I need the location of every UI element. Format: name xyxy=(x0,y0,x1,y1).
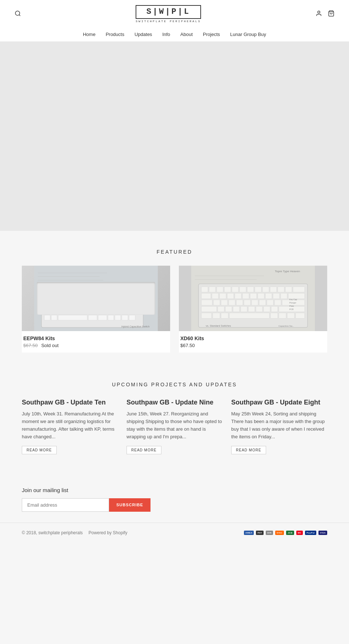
nav-projects[interactable]: Projects xyxy=(203,32,220,37)
nav-about[interactable]: About xyxy=(180,32,193,37)
svg-rect-18 xyxy=(100,290,105,295)
svg-rect-86 xyxy=(227,293,234,299)
logo-subtitle: SWITCHPLATE PERIPHERALS xyxy=(136,20,201,23)
site-header: S|W|P|L SWITCHPLATE PERIPHERALS Home Pro… xyxy=(0,0,349,42)
svg-rect-57 xyxy=(88,315,97,320)
discover-icon: DISC xyxy=(275,531,284,535)
powered-by-link[interactable]: Powered by Shopify xyxy=(89,530,128,535)
search-icon xyxy=(15,10,21,17)
svg-rect-46 xyxy=(44,309,50,314)
svg-rect-123 xyxy=(296,313,305,318)
product-image-eepw84: Hybrid Capacitive Switch xyxy=(22,266,170,331)
svg-rect-107 xyxy=(218,306,224,312)
svg-rect-14 xyxy=(72,290,78,295)
product-image-xd60: Topre Type Heaven xyxy=(179,266,327,331)
svg-rect-53 xyxy=(123,309,139,314)
update-excerpt-2: June 15th, Week 27. Reorganizing and shi… xyxy=(127,410,222,440)
update-card-3: Southpaw GB - Update Eight May 25th Week… xyxy=(231,398,327,454)
login-button[interactable] xyxy=(316,10,322,18)
svg-rect-94 xyxy=(288,293,305,299)
svg-rect-103 xyxy=(267,300,273,305)
nav-home[interactable]: Home xyxy=(83,32,96,37)
update-title-2: Southpaw GB - Update Nine xyxy=(127,398,222,407)
svg-rect-54 xyxy=(44,315,50,320)
subscribe-button[interactable]: SUBSCRIBE xyxy=(109,498,151,512)
read-more-button-2[interactable]: READ MORE xyxy=(127,446,161,454)
svg-rect-49 xyxy=(65,309,71,314)
svg-rect-45 xyxy=(118,303,139,308)
svg-rect-55 xyxy=(51,315,57,320)
svg-rect-19 xyxy=(107,290,112,295)
svg-rect-34 xyxy=(123,297,139,302)
svg-rect-80 xyxy=(278,287,284,292)
product-sold-status: Sold out xyxy=(41,343,59,348)
svg-rect-95 xyxy=(201,300,212,305)
footer-left: © 2018, switchplate peripherals Powered … xyxy=(22,530,127,535)
svg-rect-89 xyxy=(250,293,257,299)
update-card-2: Southpaw GB - Update Nine June 15th, Wee… xyxy=(127,398,222,454)
svg-rect-50 xyxy=(72,309,108,314)
products-grid: Hybrid Capacitive Switch EEPW84 Kits $67… xyxy=(22,266,327,353)
svg-rect-113 xyxy=(264,306,270,312)
mailing-title: Join our mailing list xyxy=(22,487,327,493)
svg-text:Plate: Plate xyxy=(289,305,294,307)
svg-rect-16 xyxy=(86,290,92,295)
svg-rect-110 xyxy=(241,306,247,312)
upcoming-title: UPCOMING PROJECTS AND UPDATES xyxy=(22,382,327,387)
nav-updates[interactable]: Updates xyxy=(135,32,152,37)
svg-point-0 xyxy=(15,11,20,15)
logo-text[interactable]: S|W|P|L xyxy=(136,5,201,19)
nav-info[interactable]: Info xyxy=(162,32,170,37)
nav-products[interactable]: Products xyxy=(106,32,124,37)
svg-point-2 xyxy=(318,11,320,13)
svg-rect-109 xyxy=(233,306,240,312)
svg-rect-61 xyxy=(122,315,128,320)
email-input[interactable] xyxy=(22,498,109,512)
svg-rect-71 xyxy=(209,287,216,292)
read-more-button-1[interactable]: READ MORE xyxy=(22,446,57,454)
svg-rect-31 xyxy=(103,297,108,302)
svg-rect-73 xyxy=(224,287,231,292)
svg-rect-75 xyxy=(240,287,246,292)
keyboard-placeholder-1: Hybrid Capacitive Switch xyxy=(22,266,170,331)
svg-rect-92 xyxy=(273,293,280,299)
svg-rect-12 xyxy=(58,290,64,295)
update-excerpt-3: May 25th Week 24, Sorting and shipping T… xyxy=(231,410,327,440)
svg-rect-32 xyxy=(109,297,115,302)
svg-rect-44 xyxy=(111,303,117,308)
updates-grid: Southpaw GB - Update Ten July 10th, Week… xyxy=(22,398,327,454)
search-button[interactable] xyxy=(15,10,21,18)
mailing-form: SUBSCRIBE xyxy=(22,498,327,512)
svg-rect-120 xyxy=(270,313,278,318)
svg-rect-58 xyxy=(98,315,107,320)
svg-text:PCB: PCB xyxy=(289,308,294,310)
product-card-eepw84[interactable]: Hybrid Capacitive Switch EEPW84 Kits $67… xyxy=(22,266,170,353)
svg-rect-102 xyxy=(259,300,266,305)
svg-rect-38 xyxy=(69,303,75,308)
site-footer: © 2018, switchplate peripherals Powered … xyxy=(0,523,349,546)
svg-rect-93 xyxy=(281,293,287,299)
svg-rect-88 xyxy=(242,293,249,299)
product-info-xd60: XD60 Kits $67.50 xyxy=(179,331,327,353)
apple-pay-icon: PAY xyxy=(256,531,264,535)
svg-rect-56 xyxy=(58,315,87,320)
cart-icon xyxy=(328,10,334,17)
svg-rect-30 xyxy=(96,297,101,302)
svg-rect-121 xyxy=(279,313,286,318)
svg-rect-15 xyxy=(79,290,85,295)
nav-lunar-group-buy[interactable]: Lunar Group Buy xyxy=(230,32,266,37)
keyboard-svg-1: Hybrid Capacitive Switch xyxy=(22,266,170,331)
svg-rect-79 xyxy=(270,287,277,292)
header-left-icons xyxy=(15,10,21,18)
svg-rect-98 xyxy=(229,300,235,305)
paypal-icon: PayPal xyxy=(305,531,316,535)
svg-rect-83 xyxy=(201,293,211,299)
product-price-eepw84: $67.50 Sold out xyxy=(23,343,169,348)
hero-banner xyxy=(0,42,349,231)
svg-rect-24 xyxy=(54,297,60,302)
cart-button[interactable] xyxy=(328,10,334,18)
read-more-button-3[interactable]: READ MORE xyxy=(231,446,266,454)
featured-section: FEATURED xyxy=(0,231,349,367)
svg-rect-35 xyxy=(44,303,55,308)
product-card-xd60[interactable]: Topre Type Heaven xyxy=(179,266,327,353)
